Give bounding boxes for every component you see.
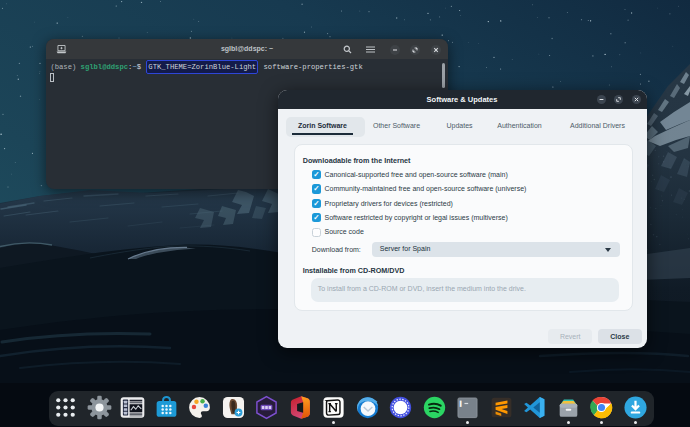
svg-text:▌: ▌ — [460, 399, 463, 406]
